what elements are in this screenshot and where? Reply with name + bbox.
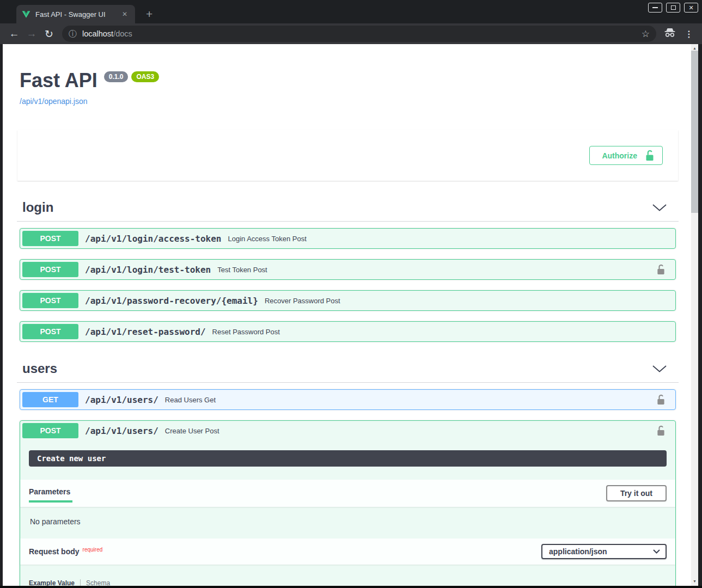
- minimize-icon: [652, 7, 658, 8]
- openapi-spec-link[interactable]: /api/v1/openapi.json: [20, 97, 88, 106]
- maximize-button[interactable]: [666, 3, 680, 13]
- url-host: localhost: [82, 29, 113, 38]
- forward-icon[interactable]: →: [23, 28, 40, 40]
- chevron-down-icon: [652, 365, 667, 372]
- browser-window: Fast API - Swagger UI ✕ + ✕ ← → ↻ ⓘ loca…: [0, 0, 702, 588]
- tab-fast-api[interactable]: Fast API - Swagger UI ✕: [16, 5, 135, 23]
- new-tab-button[interactable]: +: [146, 8, 152, 20]
- oas3-badge: OAS3: [131, 71, 159, 82]
- site-info-icon[interactable]: ⓘ: [69, 29, 77, 39]
- authorize-button[interactable]: Authorize: [589, 146, 663, 165]
- model-example: Example Value Schema {: [29, 579, 667, 586]
- required-badge: required: [83, 547, 103, 553]
- page-scrollbar[interactable]: ▲ ▼: [691, 44, 698, 586]
- parameters-header: Parameters Try it out: [20, 480, 675, 507]
- reload-icon[interactable]: ↻: [40, 28, 58, 40]
- version-badge: 0.1.0: [104, 71, 129, 82]
- method-badge: POST: [22, 231, 78, 246]
- minimize-button[interactable]: [648, 3, 662, 13]
- back-icon[interactable]: ←: [5, 28, 23, 40]
- method-badge: POST: [22, 262, 78, 277]
- bookmark-star-icon[interactable]: ☆: [642, 28, 650, 40]
- no-parameters-text: No parameters: [20, 507, 675, 538]
- chevron-down-icon: [652, 204, 667, 211]
- page-content: Fast API 0.1.0 OAS3 /api/v1/openapi.json…: [3, 44, 691, 586]
- request-body-label: Request body: [29, 547, 80, 556]
- method-badge: POST: [22, 423, 78, 438]
- request-body-header: Request bodyrequired application/json: [20, 538, 675, 565]
- browser-toolbar: ← → ↻ ⓘ localhost /docs ☆ ⋮: [0, 23, 702, 44]
- chevron-down-icon: [653, 549, 660, 554]
- section-title: users: [22, 361, 57, 376]
- fastapi-favicon-icon: [22, 10, 30, 19]
- close-button[interactable]: ✕: [684, 3, 698, 13]
- method-badge: POST: [22, 324, 78, 339]
- scroll-down-icon[interactable]: ▼: [691, 577, 698, 585]
- method-badge: POST: [22, 293, 78, 308]
- tab-close-icon[interactable]: ✕: [120, 9, 130, 19]
- unlocked-padlock-icon[interactable]: [656, 394, 666, 405]
- tab-title: Fast API - Swagger UI: [35, 10, 120, 19]
- page-title: Fast API 0.1.0 OAS3: [20, 69, 679, 92]
- window-bottom-border: [0, 586, 702, 588]
- endpoint-password-recovery[interactable]: POST /api/v1/password-recovery/{email} R…: [20, 290, 676, 311]
- endpoint-create-user-summary[interactable]: POST /api/v1/users/ Create User Post: [20, 421, 675, 440]
- url-path: /docs: [113, 29, 132, 38]
- incognito-icon: [664, 28, 676, 40]
- endpoint-description: Create new user: [29, 450, 667, 467]
- endpoint-read-users[interactable]: GET /api/v1/users/ Read Users Get: [20, 389, 676, 410]
- tab-strip: Fast API - Swagger UI ✕ + ✕: [0, 0, 702, 23]
- content-type-select[interactable]: application/json: [541, 544, 667, 559]
- try-it-out-button[interactable]: Try it out: [606, 485, 667, 501]
- tab-schema[interactable]: Schema: [81, 579, 110, 586]
- section-title: login: [22, 200, 53, 215]
- endpoint-create-user: POST /api/v1/users/ Create User Post Cre…: [20, 420, 676, 586]
- unlocked-padlock-icon[interactable]: [656, 425, 666, 436]
- url-bar[interactable]: ⓘ localhost /docs ☆: [62, 26, 656, 42]
- section-users-header[interactable]: users: [17, 357, 679, 383]
- window-controls: ✕: [648, 3, 698, 13]
- unlocked-padlock-icon[interactable]: [656, 264, 666, 275]
- browser-menu-icon[interactable]: ⋮: [681, 29, 697, 39]
- method-badge: GET: [22, 392, 78, 407]
- endpoint-login-test-token[interactable]: POST /api/v1/login/test-token Test Token…: [20, 259, 676, 280]
- maximize-icon: [671, 5, 676, 10]
- endpoint-reset-password[interactable]: POST /api/v1/reset-password/ Reset Passw…: [20, 321, 676, 342]
- tab-parameters[interactable]: Parameters: [29, 484, 70, 503]
- api-info: Fast API 0.1.0 OAS3 /api/v1/openapi.json: [17, 69, 679, 106]
- scheme-container: Authorize: [17, 130, 678, 181]
- endpoint-body: Create new user Parameters Try it out No…: [20, 440, 675, 586]
- scrollbar-thumb[interactable]: [691, 51, 698, 213]
- unlocked-padlock-icon: [645, 150, 655, 161]
- section-login-header[interactable]: login: [17, 195, 679, 222]
- tab-example-value[interactable]: Example Value: [29, 579, 81, 586]
- endpoint-login-access-token[interactable]: POST /api/v1/login/access-token Login Ac…: [20, 228, 676, 249]
